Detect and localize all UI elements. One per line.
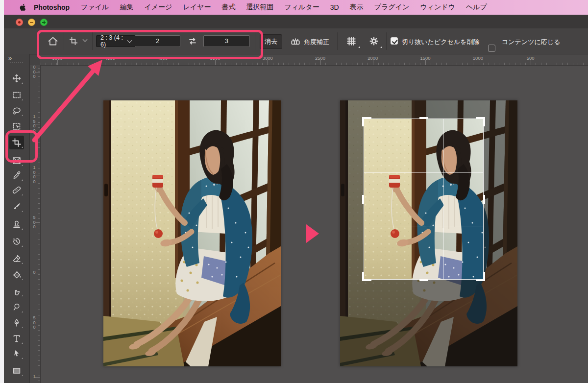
tool-gradient-tool[interactable] [9,268,24,282]
history-brush-tool-icon [12,237,22,246]
tool-spot-healing-brush-tool[interactable] [9,183,24,197]
menu-item-9[interactable]: 表示 [344,3,369,12]
gear-icon[interactable] [368,35,380,47]
delete-cropped-pixels-label: 切り抜いたピクセルを削除 [402,38,479,47]
collapse-toolbar-button[interactable]: » [8,54,11,62]
clear-button-label: 消去 [265,37,277,46]
brush-tool-icon [12,202,22,212]
path-selection-tool-icon [12,349,22,359]
dodge-tool-icon [12,302,22,312]
tool-pen-tool[interactable] [9,316,24,330]
smudge-tool-icon [12,286,22,296]
tool-dodge-tool[interactable] [9,300,24,314]
original-photo[interactable] [103,100,281,366]
crop-handle-left[interactable] [362,195,364,204]
apple-logo-icon[interactable] [19,3,26,12]
tool-smudge-tool[interactable] [9,284,24,298]
menu-item-7[interactable]: フィルター [279,3,324,12]
pen-tool-icon [12,318,22,328]
delete-cropped-pixels-checkbox[interactable] [391,37,398,45]
grid-overlay-icon[interactable] [344,35,358,47]
highlight-crop-options [37,30,263,59]
page-margin [0,0,4,383]
tool-rectangular-marquee-tool[interactable] [9,88,24,102]
tool-eyedropper-tool[interactable] [9,168,24,182]
straighten-button[interactable]: 角度補正 [304,38,329,47]
tool-path-selection-tool[interactable] [9,347,24,360]
gradient-tool-icon [12,270,22,280]
lasso-tool-icon [12,106,22,116]
close-button[interactable] [16,19,23,26]
crop-handle-top-right[interactable] [476,117,485,126]
tool-bar: » [4,54,30,383]
menu-item-1[interactable]: ファイル [75,3,114,12]
highlight-crop-tool [5,130,38,163]
tool-type-tool[interactable] [9,332,24,345]
crop-box[interactable] [364,119,484,280]
vertical-ruler[interactable]: 0 0 01 5 0 01 0 0 05 0 005 0 01 [29,65,41,383]
eyedropper-tool-icon [12,170,22,180]
minimize-button[interactable] [28,19,35,26]
menu-item-5[interactable]: 書式 [216,3,241,12]
tool-brush-tool[interactable] [9,200,24,214]
tool-move-tool[interactable] [9,72,24,85]
thirds-grid-line [364,172,483,173]
crop-preview-photo[interactable] [340,100,517,366]
object-selection-tool-icon [12,121,22,131]
menu-bar: Photoshopファイル編集イメージレイヤー書式選択範囲フィルター3D表示プラ… [4,0,588,15]
tool-clone-stamp-tool[interactable] [9,217,24,231]
rectangular-marquee-tool-icon [12,90,22,100]
menu-item-12[interactable]: ヘルプ [461,3,492,12]
menu-item-4[interactable]: レイヤー [177,3,216,12]
thirds-grid-line [404,119,404,279]
crop-handle-right[interactable] [483,195,485,204]
tool-eraser-tool[interactable] [9,252,24,265]
thirds-grid-line [364,226,483,226]
crop-handle-top-left[interactable] [362,117,371,126]
content-aware-label: コンテンツに応じる [502,38,560,47]
menu-item-10[interactable]: プラグイン [369,3,415,12]
before-after-arrow [306,224,319,243]
crop-handle-bottom-left[interactable] [362,272,371,281]
move-tool-icon [12,73,22,83]
eraser-tool-icon [12,254,22,263]
crop-handle-bottom-right[interactable] [476,272,485,281]
crop-handle-top[interactable] [419,117,428,119]
menu-item-11[interactable]: ウィンドウ [415,3,461,12]
clone-stamp-tool-icon [12,219,22,229]
crop-handle-bottom[interactable] [419,279,428,281]
content-aware-checkbox[interactable] [488,45,495,52]
zoom-window-button[interactable] [40,19,48,26]
menu-item-3[interactable]: イメージ [139,3,177,12]
rectangle-tool-icon [12,366,22,376]
tool-history-brush-tool[interactable] [9,235,24,248]
thirds-grid-line [443,119,444,279]
straighten-label: 角度補正 [304,38,329,47]
separator [386,32,387,50]
menu-item-photoshop[interactable]: Photoshop [28,3,75,11]
menu-item-8[interactable]: 3D [325,3,344,11]
toolbar-grip[interactable] [10,62,23,63]
menu-item-2[interactable]: 編集 [114,3,139,12]
menu-item-6[interactable]: 選択範囲 [241,3,279,12]
spot-healing-brush-tool-icon [12,185,22,195]
tool-lasso-tool[interactable] [9,104,24,118]
type-tool-icon [12,334,22,343]
window-title-bar [4,15,588,29]
tool-rectangle-tool[interactable] [9,364,24,378]
separator [337,32,338,50]
straighten-level-icon[interactable] [289,35,302,47]
